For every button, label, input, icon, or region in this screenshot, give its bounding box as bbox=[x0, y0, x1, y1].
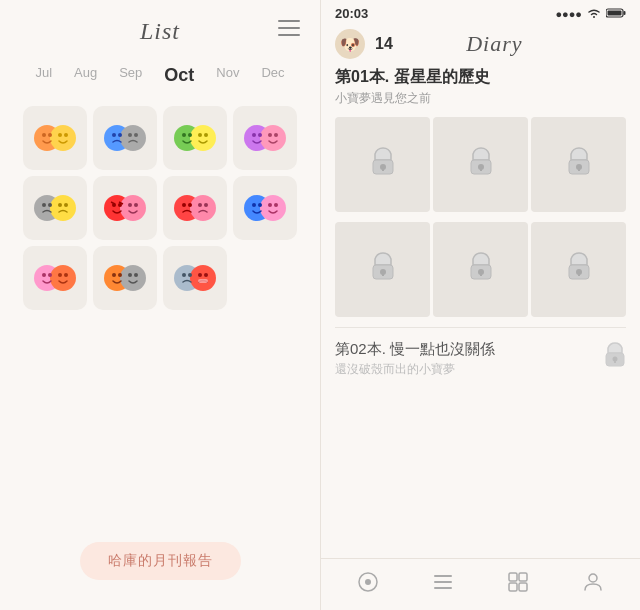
emoji-cell-11[interactable] bbox=[163, 246, 227, 310]
svg-point-100 bbox=[589, 574, 597, 582]
svg-point-49 bbox=[50, 265, 76, 291]
avatar-emoji: 🐶 bbox=[340, 35, 360, 54]
svg-point-10 bbox=[128, 133, 132, 137]
book1-subtitle: 小寶夢遇見您之前 bbox=[335, 90, 626, 107]
svg-point-1 bbox=[50, 125, 76, 151]
svg-rect-96 bbox=[509, 573, 517, 581]
charm-icon-4 bbox=[369, 251, 397, 289]
month-dec[interactable]: Dec bbox=[257, 63, 288, 88]
charm-icon-3 bbox=[565, 146, 593, 184]
svg-point-51 bbox=[48, 273, 52, 277]
month-oct[interactable]: Oct bbox=[160, 63, 198, 88]
diary-content: 第01本. 蛋星星的歷史 小寶夢遇見您之前 bbox=[321, 67, 640, 558]
emoji-cell-2[interactable] bbox=[93, 106, 157, 170]
svg-point-3 bbox=[48, 133, 52, 137]
svg-point-57 bbox=[118, 273, 122, 277]
svg-point-26 bbox=[42, 203, 46, 207]
svg-point-14 bbox=[182, 133, 186, 137]
diary-title: Diary bbox=[403, 31, 586, 57]
nav-home[interactable] bbox=[346, 564, 390, 606]
svg-point-15 bbox=[188, 133, 192, 137]
month-sep[interactable]: Sep bbox=[115, 63, 146, 88]
nav-grid[interactable] bbox=[496, 564, 540, 606]
svg-point-40 bbox=[198, 203, 202, 207]
svg-point-62 bbox=[182, 273, 186, 277]
svg-point-4 bbox=[58, 133, 62, 137]
status-time: 20:03 bbox=[335, 6, 368, 21]
svg-point-25 bbox=[50, 195, 76, 221]
nav-profile[interactable] bbox=[571, 564, 615, 606]
svg-point-35 bbox=[134, 203, 138, 207]
book1-title: 第01本. 蛋星星的歷史 bbox=[335, 67, 626, 88]
menu-icon[interactable] bbox=[278, 20, 300, 36]
svg-point-16 bbox=[198, 133, 202, 137]
month-jul[interactable]: Jul bbox=[31, 63, 56, 88]
svg-point-46 bbox=[268, 203, 272, 207]
photo-cell-4[interactable] bbox=[335, 222, 430, 317]
svg-rect-97 bbox=[519, 573, 527, 581]
month-aug[interactable]: Aug bbox=[70, 63, 101, 88]
svg-point-37 bbox=[190, 195, 216, 221]
svg-rect-99 bbox=[519, 583, 527, 591]
emoji-cell-10[interactable] bbox=[93, 246, 157, 310]
left-header: List bbox=[0, 0, 320, 55]
emoji-cell-7[interactable] bbox=[163, 176, 227, 240]
svg-rect-94 bbox=[434, 581, 452, 583]
emoji-cell-9[interactable] bbox=[23, 246, 87, 310]
svg-point-55 bbox=[120, 265, 146, 291]
home-icon bbox=[356, 570, 380, 600]
lock-icon bbox=[604, 342, 626, 373]
month-nov[interactable]: Nov bbox=[212, 63, 243, 88]
svg-point-2 bbox=[42, 133, 46, 137]
emoji-cell-12 bbox=[233, 246, 297, 310]
charm-icon-6 bbox=[565, 251, 593, 289]
avatar: 🐶 bbox=[335, 29, 365, 59]
status-bar: 20:03 ●●●● bbox=[321, 0, 640, 25]
photo-cell-3[interactable] bbox=[531, 117, 626, 212]
svg-point-50 bbox=[42, 273, 46, 277]
monthly-report-button[interactable]: 哈庫的月刊報告 bbox=[80, 542, 241, 580]
photo-cell-1[interactable] bbox=[335, 117, 430, 212]
photo-cell-2[interactable] bbox=[433, 117, 528, 212]
svg-point-47 bbox=[274, 203, 278, 207]
svg-point-13 bbox=[190, 125, 216, 151]
emoji-cell-6[interactable] bbox=[93, 176, 157, 240]
svg-rect-93 bbox=[434, 575, 452, 577]
svg-rect-68 bbox=[624, 11, 626, 15]
emoji-cell-1[interactable] bbox=[23, 106, 87, 170]
svg-rect-95 bbox=[434, 587, 452, 589]
battery-icon bbox=[606, 7, 626, 21]
book2-row: 第02本. 慢一點也沒關係 還沒破殼而出的小寶夢 bbox=[335, 336, 626, 382]
svg-point-7 bbox=[120, 125, 146, 151]
svg-point-21 bbox=[258, 133, 262, 137]
photo-cell-6[interactable] bbox=[531, 222, 626, 317]
svg-point-28 bbox=[58, 203, 62, 207]
svg-point-58 bbox=[128, 273, 132, 277]
svg-point-27 bbox=[48, 203, 52, 207]
emoji-cell-5[interactable] bbox=[23, 176, 87, 240]
book2-title: 第02本. 慢一點也沒關係 bbox=[335, 340, 495, 359]
emoji-cell-8[interactable] bbox=[233, 176, 297, 240]
svg-point-11 bbox=[134, 133, 138, 137]
svg-point-8 bbox=[112, 133, 116, 137]
photo-cell-5[interactable] bbox=[433, 222, 528, 317]
svg-rect-98 bbox=[509, 583, 517, 591]
svg-point-64 bbox=[198, 273, 202, 277]
svg-point-45 bbox=[258, 203, 262, 207]
grid-icon bbox=[506, 570, 530, 600]
svg-point-19 bbox=[260, 125, 286, 151]
svg-point-34 bbox=[128, 203, 132, 207]
charm-icon-1 bbox=[369, 146, 397, 184]
wifi-icon bbox=[586, 7, 602, 21]
left-panel: List Jul Aug Sep Oct Nov Dec bbox=[0, 0, 320, 610]
nav-list[interactable] bbox=[421, 564, 465, 606]
emoji-cell-3[interactable] bbox=[163, 106, 227, 170]
svg-rect-66 bbox=[198, 279, 208, 283]
svg-point-31 bbox=[120, 195, 146, 221]
emoji-cell-4[interactable] bbox=[233, 106, 297, 170]
badge-number: 14 bbox=[375, 35, 393, 53]
svg-point-44 bbox=[252, 203, 256, 207]
status-icons: ●●●● bbox=[555, 7, 626, 21]
photo-grid-1 bbox=[335, 117, 626, 212]
svg-point-52 bbox=[58, 273, 62, 277]
